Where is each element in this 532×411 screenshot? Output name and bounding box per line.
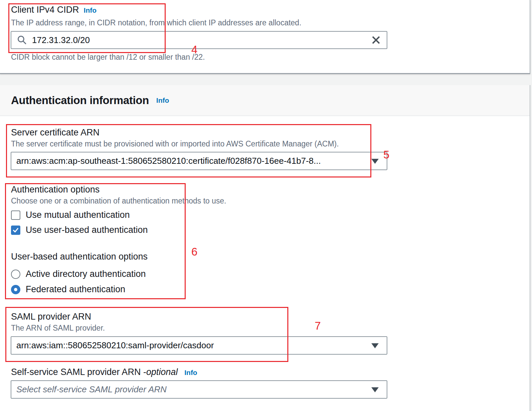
active-directory-radio[interactable] bbox=[11, 270, 20, 279]
mutual-auth-checkbox[interactable] bbox=[11, 211, 20, 220]
client-cidr-label: Client IPv4 CIDR bbox=[11, 5, 79, 15]
saml-provider-label-row: SAML provider ARN bbox=[11, 312, 91, 322]
client-cidr-card: Client IPv4 CIDR Info The IP address ran… bbox=[0, 0, 530, 74]
authentication-section-title: Authentication information bbox=[11, 94, 149, 107]
self-service-optional-label: optional bbox=[146, 367, 178, 377]
client-cidr-description: The IP address range, in CIDR notation, … bbox=[11, 18, 301, 27]
saml-provider-select-value: arn:aws:iam::580652580210:saml-provider/… bbox=[16, 340, 214, 351]
server-cert-label: Server certificate ARN bbox=[11, 127, 100, 138]
user-based-auth-checkbox-label[interactable]: Use user-based authentication bbox=[26, 225, 148, 235]
client-cidr-constraint: CIDR block cannot be larger than /12 or … bbox=[11, 53, 205, 62]
self-service-select[interactable]: Select self-service SAML provider ARN bbox=[11, 380, 387, 399]
server-cert-description: The server certificate must be provision… bbox=[11, 139, 339, 148]
clear-x-icon[interactable] bbox=[371, 35, 381, 45]
mutual-auth-checkbox-row[interactable]: Use mutual authentication bbox=[11, 210, 130, 220]
self-service-label: Self-service SAML provider ARN - bbox=[11, 367, 146, 377]
caret-down-icon bbox=[371, 159, 379, 164]
server-cert-select-value: arn:aws:acm:ap-southeast-1:580652580210:… bbox=[16, 156, 321, 166]
user-based-auth-checkbox-row[interactable]: Use user-based authentication bbox=[11, 225, 148, 235]
server-cert-label-row: Server certificate ARN bbox=[11, 127, 100, 138]
caret-down-icon bbox=[371, 387, 379, 392]
self-service-info-link[interactable]: Info bbox=[184, 369, 197, 377]
mutual-auth-checkbox-label[interactable]: Use mutual authentication bbox=[26, 210, 130, 220]
user-based-options-label-row: User-based authentication options bbox=[11, 252, 148, 262]
user-based-auth-checkbox[interactable] bbox=[11, 226, 20, 235]
federated-auth-radio[interactable] bbox=[11, 285, 20, 294]
client-cidr-label-row: Client IPv4 CIDR Info bbox=[11, 5, 97, 15]
saml-provider-label: SAML provider ARN bbox=[11, 312, 91, 322]
federated-auth-radio-row[interactable]: Federated authentication bbox=[11, 284, 125, 295]
self-service-select-placeholder: Select self-service SAML provider ARN bbox=[16, 384, 167, 395]
active-directory-radio-row[interactable]: Active directory authentication bbox=[11, 269, 146, 279]
user-based-options-label: User-based authentication options bbox=[11, 252, 148, 262]
authentication-section-header: Authentication information Info bbox=[0, 85, 530, 116]
auth-options-description: Choose one or a combination of authentic… bbox=[11, 196, 226, 206]
auth-options-label-row: Authentication options bbox=[11, 184, 100, 195]
client-cidr-input-wrapper bbox=[11, 31, 387, 49]
authentication-info-link[interactable]: Info bbox=[156, 96, 169, 104]
client-cidr-input[interactable] bbox=[32, 32, 368, 48]
search-icon bbox=[17, 35, 27, 45]
auth-options-label: Authentication options bbox=[11, 184, 100, 195]
client-cidr-info-link[interactable]: Info bbox=[84, 6, 96, 14]
active-directory-radio-label[interactable]: Active directory authentication bbox=[26, 269, 146, 279]
server-cert-select[interactable]: arn:aws:acm:ap-southeast-1:580652580210:… bbox=[11, 152, 387, 170]
authentication-card: Authentication information Info Server c… bbox=[0, 85, 530, 411]
check-icon bbox=[12, 227, 19, 234]
self-service-label-row: Self-service SAML provider ARN - optiona… bbox=[11, 367, 197, 377]
saml-provider-select[interactable]: arn:aws:iam::580652580210:saml-provider/… bbox=[11, 336, 387, 355]
saml-provider-description: The ARN of SAML provider. bbox=[11, 324, 105, 333]
caret-down-icon bbox=[371, 343, 379, 348]
federated-auth-radio-label[interactable]: Federated authentication bbox=[26, 284, 125, 295]
